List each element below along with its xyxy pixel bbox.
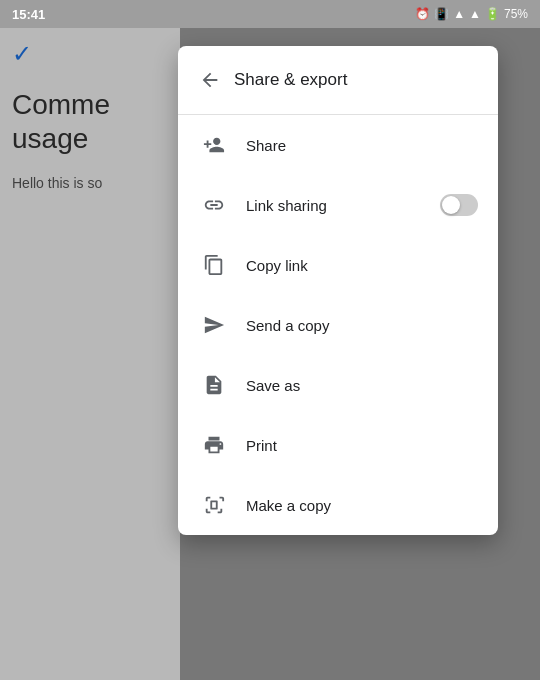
toggle-knob: [442, 196, 460, 214]
toggle-switch[interactable]: [440, 194, 478, 216]
status-bar: 15:41 ⏰ 📳 ▲ ▲ 🔋 75%: [0, 0, 540, 28]
battery-icon: 🔋: [485, 7, 500, 21]
vibrate-icon: 📳: [434, 7, 449, 21]
send-copy-icon: [198, 309, 230, 341]
menu-item-copy-link[interactable]: Copy link: [178, 235, 498, 295]
drawer-header: Share & export: [178, 46, 498, 115]
drawer-title: Share & export: [234, 70, 347, 90]
link-sharing-toggle[interactable]: [440, 194, 478, 216]
menu-item-save-as[interactable]: Save as: [178, 355, 498, 415]
link-sharing-label: Link sharing: [246, 197, 440, 214]
back-arrow-icon: [199, 69, 221, 91]
share-label: Share: [246, 137, 478, 154]
status-time: 15:41: [12, 7, 45, 22]
menu-item-send-copy[interactable]: Send a copy: [178, 295, 498, 355]
status-icons: ⏰ 📳 ▲ ▲ 🔋 75%: [415, 7, 528, 21]
copy-link-label: Copy link: [246, 257, 478, 274]
alarm-icon: ⏰: [415, 7, 430, 21]
link-icon: [198, 189, 230, 221]
copy-link-icon: [198, 249, 230, 281]
share-person-icon: [198, 129, 230, 161]
save-as-icon: [198, 369, 230, 401]
battery-percent: 75%: [504, 7, 528, 21]
print-label: Print: [246, 437, 478, 454]
menu-item-make-copy[interactable]: Make a copy: [178, 475, 498, 535]
menu-item-link-sharing[interactable]: Link sharing: [178, 175, 498, 235]
print-icon: [198, 429, 230, 461]
make-copy-icon: [198, 489, 230, 521]
make-copy-label: Make a copy: [246, 497, 478, 514]
menu-item-print[interactable]: Print: [178, 415, 498, 475]
back-button[interactable]: [194, 64, 226, 96]
menu-item-share[interactable]: Share: [178, 115, 498, 175]
signal-icon: ▲: [469, 7, 481, 21]
wifi-icon: ▲: [453, 7, 465, 21]
share-export-drawer: Share & export Share Link sharing: [178, 46, 498, 535]
send-copy-label: Send a copy: [246, 317, 478, 334]
save-as-label: Save as: [246, 377, 478, 394]
